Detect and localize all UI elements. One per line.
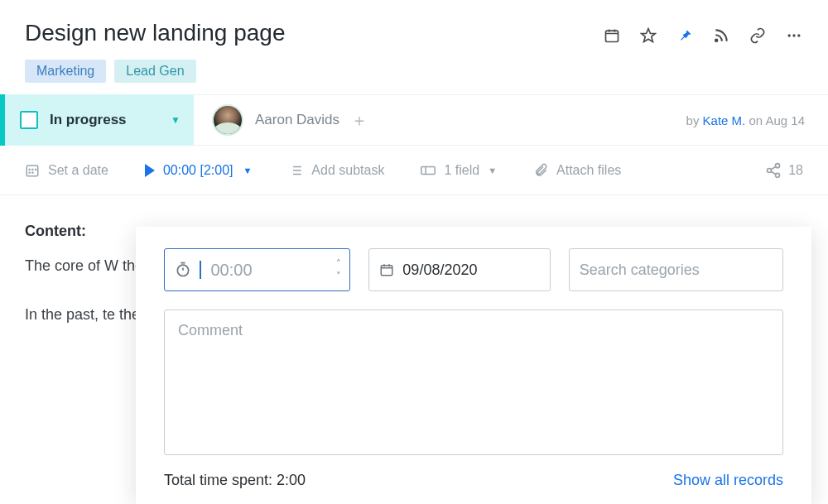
date-input-field[interactable]: 09/08/2020 [368,248,550,291]
field-icon [421,163,436,178]
calendar-icon[interactable] [603,26,621,45]
svg-rect-9 [35,168,36,170]
fields-label: 1 field [444,163,479,178]
svg-rect-12 [421,166,436,174]
avatar[interactable] [212,104,243,136]
time-entry-popover: ˄ ˅ 09/08/2020 Search categories Comment… [136,227,811,504]
svg-rect-11 [31,171,33,173]
status-selector[interactable]: In progress ▼ [0,94,194,146]
total-time-label: Total time spent: 2:00 [164,472,306,489]
add-subtask-label: Add subtask [311,163,384,178]
chevron-down-icon: ▼ [488,166,497,175]
svg-marker-1 [642,29,656,42]
category-search-field[interactable]: Search categories [569,248,783,291]
time-tracker-button[interactable]: 00:00 [2:00] ▼ [145,163,252,178]
share-icon [765,162,782,179]
share-button[interactable]: 18 [765,162,803,179]
svg-point-14 [776,163,780,167]
svg-rect-7 [29,168,31,170]
category-placeholder: Search categories [580,262,700,279]
svg-point-5 [797,34,800,36]
svg-point-3 [788,34,791,36]
svg-point-4 [792,34,795,36]
share-count: 18 [788,163,803,178]
show-all-records-link[interactable]: Show all records [673,472,783,489]
svg-rect-8 [31,168,33,170]
comment-placeholder: Comment [178,322,243,338]
time-input-field[interactable]: ˄ ˅ [164,248,350,291]
chevron-down-icon[interactable]: ˅ [336,271,341,281]
svg-rect-6 [26,166,38,176]
status-label: In progress [50,112,159,128]
more-icon[interactable] [785,26,803,45]
calendar-grid-icon [25,163,40,178]
complete-checkbox[interactable] [20,111,38,129]
time-input[interactable] [211,261,302,280]
svg-point-15 [768,168,772,172]
add-assignee-button[interactable]: ＋ [351,109,368,132]
comment-input[interactable]: Comment [164,310,783,455]
attach-files-button[interactable]: Attach files [533,163,621,178]
tag-lead-gen[interactable]: Lead Gen [114,60,195,83]
set-date-button[interactable]: Set a date [25,163,108,178]
attach-files-label: Attach files [556,163,621,178]
task-title[interactable]: Design new landing page [25,20,285,46]
link-icon[interactable] [749,26,767,45]
paperclip-icon [533,163,548,178]
list-icon [288,163,303,178]
tag-marketing[interactable]: Marketing [25,60,106,83]
play-icon [145,164,155,177]
svg-point-2 [715,40,718,42]
byline: by Kate M. on Aug 14 [686,113,828,127]
author-link[interactable]: Kate M. [703,113,746,127]
pin-icon[interactable] [676,26,694,45]
svg-rect-18 [382,266,393,276]
star-icon[interactable] [639,26,657,45]
time-display: 00:00 [2:00] [163,163,233,178]
chevron-up-icon[interactable]: ˄ [336,258,341,269]
svg-rect-10 [29,171,31,173]
chevron-down-icon: ▼ [243,166,252,175]
assignee-name[interactable]: Aaron Davids [255,112,339,128]
svg-point-16 [776,173,780,177]
chevron-down-icon: ▼ [171,114,181,126]
fields-button[interactable]: 1 field ▼ [421,163,497,178]
calendar-icon [379,262,394,277]
date-value: 09/08/2020 [402,262,477,279]
set-date-label: Set a date [48,163,108,178]
add-subtask-button[interactable]: Add subtask [288,163,384,178]
svg-rect-0 [606,31,619,41]
stopwatch-icon [175,262,191,278]
rss-icon[interactable] [712,26,730,45]
